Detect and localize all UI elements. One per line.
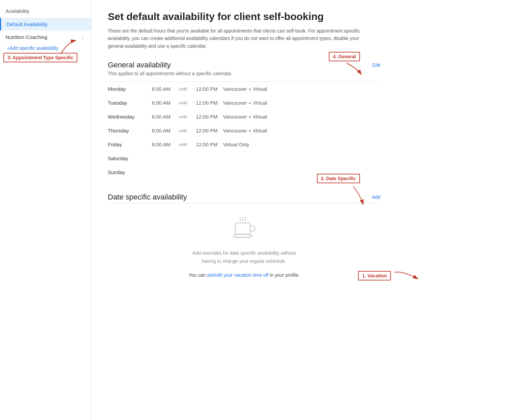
end-time-cell: 12:00 PM: [196, 124, 223, 138]
sidebar-item-default[interactable]: Default Availability: [0, 18, 91, 30]
general-availability-section: General availability Edit 4. General: [108, 61, 380, 179]
annotation-vacation: 1. Vacation: [358, 271, 391, 280]
date-specific-empty-state: Add overrides for date specific availabi…: [108, 203, 380, 285]
annotation-arrow-general: [340, 61, 363, 78]
availability-row: Tuesday 6:00 AM until 12:00 PM Vancouver…: [108, 96, 380, 110]
availability-table: Monday 6:00 AM until 12:00 PM Vancouver …: [108, 82, 380, 179]
main-content: Set default availability for client self…: [92, 0, 397, 420]
general-section-title: General availability: [108, 61, 171, 69]
day-cell: Wednesday: [108, 110, 152, 124]
date-specific-title: Date specific availability: [108, 193, 187, 202]
vacation-link[interactable]: set/edit your vacation time off: [207, 272, 268, 278]
location-cell: Vancouver + Virtual: [223, 96, 380, 110]
day-cell: Friday: [108, 138, 152, 151]
day-cell: Sunday: [108, 165, 152, 179]
start-time-cell: 6:00 AM: [152, 110, 179, 124]
start-time-cell: 6:00 AM: [152, 138, 179, 151]
date-specific-header: Date specific availability Add 2. Date S…: [108, 193, 380, 202]
location-cell: Vancouver + Virtual: [223, 124, 380, 138]
start-time-cell: 6:00 AM: [152, 124, 179, 138]
sidebar-item-default-label: Default Availability: [6, 21, 47, 27]
until-cell: until: [179, 82, 196, 96]
annotation-date-specific: 2. Date Specific: [317, 174, 360, 183]
date-specific-section: Date specific availability Add 2. Date S…: [108, 193, 380, 285]
until-cell: until: [179, 138, 196, 151]
start-time-cell: [152, 165, 179, 179]
end-time-cell: 12:00 PM: [196, 96, 223, 110]
until-cell: [179, 165, 196, 179]
annotation-arrow-date: [333, 185, 367, 208]
until-cell: [179, 151, 196, 165]
page-title: Set default availability for client self…: [108, 11, 380, 22]
sidebar: Availability Default Availability Nutrit…: [0, 0, 92, 420]
availability-row: Thursday 6:00 AM until 12:00 PM Vancouve…: [108, 124, 380, 138]
location-cell: [223, 151, 380, 165]
sidebar-item-nutrition-label: Nutrition Coaching: [5, 34, 47, 40]
end-time-cell: [196, 151, 223, 165]
day-cell: Tuesday: [108, 96, 152, 110]
day-cell: Thursday: [108, 124, 152, 138]
location-cell: Vancouver + Virtual: [223, 110, 380, 124]
end-time-cell: 12:00 PM: [196, 110, 223, 124]
start-time-cell: 6:00 AM: [152, 96, 179, 110]
general-section-header: General availability Edit 4. General: [108, 61, 380, 69]
availability-row: Saturday: [108, 151, 380, 165]
annotation-arrow-appointment: [58, 39, 78, 56]
svg-rect-3: [235, 223, 250, 234]
until-cell: until: [179, 96, 196, 110]
vacation-text-before: You can: [188, 272, 207, 278]
location-cell: Virtual Only: [223, 138, 380, 151]
edit-general-link[interactable]: Edit: [372, 62, 380, 68]
day-cell: Saturday: [108, 151, 152, 165]
availability-row: Friday 6:00 AM until 12:00 PM Virtual On…: [108, 138, 380, 151]
end-time-cell: [196, 165, 223, 179]
location-cell: Vancouver + Virtual: [223, 82, 380, 96]
sidebar-title: Availability: [0, 5, 91, 18]
until-cell: until: [179, 124, 196, 138]
start-time-cell: [152, 151, 179, 165]
start-time-cell: 6:00 AM: [152, 82, 179, 96]
vacation-text-container: You can set/edit your vacation time off …: [188, 272, 300, 278]
annotation-arrow-vacation: [393, 269, 420, 282]
availability-row: Wednesday 6:00 AM until 12:00 PM Vancouv…: [108, 110, 380, 124]
page-description: These are the default hours that you're …: [108, 27, 372, 50]
nutrition-menu-icon[interactable]: ⋮: [80, 34, 86, 40]
empty-state-icon: [231, 217, 258, 244]
end-time-cell: 12:00 PM: [196, 82, 223, 96]
day-cell: Monday: [108, 82, 152, 96]
until-cell: until: [179, 110, 196, 124]
empty-state-text-1: Add overrides for date specific availabi…: [192, 249, 296, 266]
add-date-specific-link[interactable]: Add: [372, 194, 380, 200]
end-time-cell: 12:00 PM: [196, 138, 223, 151]
annotation-general: 4. General: [329, 52, 360, 61]
vacation-text-after: in your profile.: [268, 272, 300, 278]
availability-row: Monday 6:00 AM until 12:00 PM Vancouver …: [108, 82, 380, 96]
